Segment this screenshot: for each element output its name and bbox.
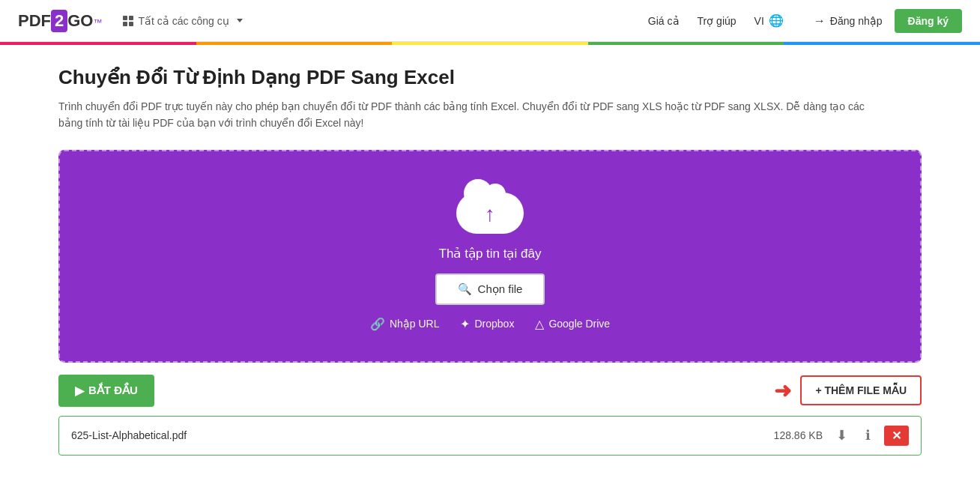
choose-file-label: Chọn file: [478, 282, 523, 296]
all-tools-label: Tất cả các công cụ: [138, 15, 229, 27]
page-description: Trình chuyển đổi PDF trực tuyến này cho …: [58, 98, 883, 132]
file-meta: 128.86 KB ⬇ ℹ ✕: [774, 426, 909, 446]
nav-links: Giá cả Trợ giúp VI 🌐: [648, 13, 799, 28]
google-drive-option[interactable]: △ Google Drive: [535, 317, 610, 331]
file-download-button[interactable]: ⬇: [832, 426, 852, 445]
page-title: Chuyển Đổi Từ Định Dạng PDF Sang Excel: [58, 66, 922, 89]
language-selector[interactable]: VI 🌐: [754, 13, 784, 28]
nav-help[interactable]: Trợ giúp: [698, 15, 736, 27]
add-sample-area: ➜ + THÊM FILE MẪU: [774, 375, 922, 405]
main-content: Chuyển Đổi Từ Định Dạng PDF Sang Excel T…: [40, 45, 940, 474]
chevron-down-icon: [237, 19, 243, 22]
url-label: Nhập URL: [390, 318, 440, 330]
play-icon: ▶: [75, 384, 84, 398]
dropbox-label: Dropbox: [474, 318, 514, 330]
choose-file-button[interactable]: 🔍 Chọn file: [435, 273, 545, 305]
drop-zone[interactable]: ↑ Thả tập tin tại đây 🔍 Chọn file 🔗 Nhập…: [58, 150, 922, 363]
all-tools-menu[interactable]: Tất cả các công cụ: [123, 15, 246, 27]
drive-icon: △: [535, 317, 544, 331]
file-name: 625-List-Alphabetical.pdf: [71, 429, 774, 441]
start-label: BẮT ĐẦU: [88, 384, 138, 397]
cloud-options: 🔗 Nhập URL ✦ Dropbox △ Google Drive: [370, 317, 610, 331]
file-size: 128.86 KB: [774, 429, 823, 441]
logo-2: 2: [51, 10, 67, 32]
start-button[interactable]: ▶ BẮT ĐẦU: [58, 375, 154, 407]
dropbox-option[interactable]: ✦ Dropbox: [460, 317, 514, 331]
logo-go: GO: [67, 11, 93, 31]
bottom-bar: ▶ BẮT ĐẦU ➜ + THÊM FILE MẪU: [58, 375, 922, 407]
search-icon: 🔍: [458, 282, 472, 296]
login-arrow-icon: →: [814, 14, 826, 28]
login-button[interactable]: → Đăng nhập: [814, 14, 883, 28]
upload-cloud-icon: ↑: [456, 181, 524, 234]
logo-trademark: ™: [93, 14, 102, 28]
link-icon: 🔗: [370, 317, 385, 331]
arrow-indicator-icon: ➜: [774, 378, 791, 403]
logo-pdf: PDF: [18, 11, 51, 31]
header: PDF 2 GO ™ Tất cả các công cụ Giá cả Trợ…: [0, 0, 980, 42]
url-option[interactable]: 🔗 Nhập URL: [370, 317, 440, 331]
arrow-up-icon: ↑: [485, 204, 495, 225]
file-info-button[interactable]: ℹ: [861, 426, 875, 445]
google-drive-label: Google Drive: [548, 318, 610, 330]
globe-icon: 🌐: [769, 13, 784, 28]
dropbox-icon: ✦: [460, 317, 470, 331]
logo: PDF 2 GO ™: [18, 10, 102, 32]
nav-pricing[interactable]: Giá cả: [648, 15, 680, 27]
lang-label: VI: [754, 15, 764, 27]
grid-icon: [123, 16, 133, 26]
file-delete-button[interactable]: ✕: [884, 426, 909, 446]
drop-text: Thả tập tin tại đây: [439, 246, 542, 261]
register-button[interactable]: Đăng ký: [895, 9, 962, 33]
login-label: Đăng nhập: [830, 15, 883, 27]
add-sample-button[interactable]: + THÊM FILE MẪU: [800, 375, 922, 405]
file-row: 625-List-Alphabetical.pdf 128.86 KB ⬇ ℹ …: [58, 416, 922, 456]
